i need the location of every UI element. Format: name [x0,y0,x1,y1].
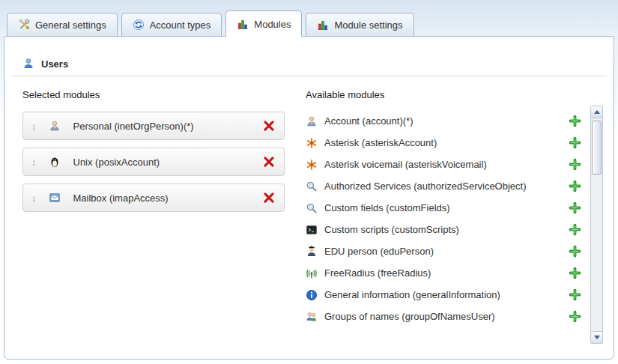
add-module-button[interactable] [569,180,581,192]
vertical-scrollbar[interactable] [590,106,603,344]
add-module-button[interactable] [569,245,581,258]
add-module-button[interactable] [569,288,581,301]
person-icon [49,120,61,132]
remove-module-button[interactable] [262,119,276,133]
drag-handle-icon[interactable]: ↕ [31,121,37,132]
asterisk-icon [306,137,318,149]
scrollbar-track[interactable] [591,118,602,331]
add-module-button[interactable] [569,310,581,323]
available-module-label: Custom scripts (customScripts) [324,224,569,235]
tab-label: Modules [254,19,291,30]
chart-icon [317,19,329,31]
available-module-custom-fields: Custom fields (customFields) [306,197,587,219]
available-module-label: Account (account)(*) [324,115,569,127]
available-module-authorized-services: Authorized Services (authorizedServiceOb… [306,175,587,197]
content-panel: Users Selected modules ↕ Personal (inetO… [4,36,614,360]
available-module-label: EDU person (eduPerson) [324,246,569,257]
tab-modules[interactable]: Modules [225,10,302,37]
available-module-groups-of-names: Groups of names (groupOfNamesUser) [306,306,587,327]
available-module-general-information: General information (generalInformation) [306,284,587,306]
selected-module-personal[interactable]: ↕ Personal (inetOrgPerson)(*) [22,112,285,140]
add-module-button[interactable] [569,136,581,149]
add-module-button[interactable] [569,158,581,171]
arrow-up-icon [594,110,600,114]
antenna-icon [306,267,318,279]
tab-general-settings[interactable]: General settings [7,13,118,36]
mailbox-icon [49,192,61,204]
available-module-label: Asterisk (asteriskAccount) [324,137,569,148]
asterisk-icon [306,159,318,171]
drag-handle-icon[interactable]: ↕ [31,157,37,168]
section-title: Users [41,58,68,70]
person-icon [306,115,318,127]
available-module-label: General information (generalInformation) [324,289,569,300]
available-module-freeradius: FreeRadius (freeRadius) [306,262,587,284]
available-module-asterisk: Asterisk (asteriskAccount) [306,132,587,154]
tab-label: General settings [35,19,106,31]
selected-module-mailbox[interactable]: ↕ Mailbox (imapAccess) [22,183,285,212]
add-module-button[interactable] [569,115,581,127]
available-modules-heading: Available modules [306,89,603,100]
terminal-icon [306,224,318,236]
selected-module-unix[interactable]: ↕ Unix (posixAccount) [22,148,285,176]
remove-module-button[interactable] [262,191,276,204]
available-modules-list: Account (account)(*) Asterisk (asteriskA… [306,110,587,344]
available-module-label: Custom fields (customFields) [324,202,569,213]
user-icon [22,58,34,70]
tab-label: Account types [150,19,211,31]
magnifier-icon [306,202,318,214]
scrollbar-thumb[interactable] [592,121,602,175]
available-module-label: FreeRadius (freeRadius) [324,267,569,279]
tab-account-types[interactable]: Account types [121,13,222,36]
available-modules-column: Available modules Account (account)(*) A… [306,76,603,344]
group-icon [306,311,318,323]
arrow-down-icon [594,336,600,339]
tab-bar: General settings Account types Modules M… [0,0,618,36]
selected-module-label: Personal (inetOrgPerson)(*) [73,121,263,132]
section-header: Users [22,58,614,70]
available-module-label: Asterisk voicemail (asteriskVoicemail) [324,159,569,170]
edu-person-icon [306,246,318,258]
available-modules-list-wrap: Account (account)(*) Asterisk (asteriskA… [306,112,603,344]
available-module-edu-person: EDU person (eduPerson) [306,240,587,262]
chart-icon [237,18,249,30]
available-module-asterisk-voicemail: Asterisk voicemail (asteriskVoicemail) [306,154,587,175]
tab-module-settings[interactable]: Module settings [306,13,413,36]
scroll-down-button[interactable] [591,331,602,343]
remove-module-button[interactable] [262,155,276,169]
selected-module-label: Unix (posixAccount) [73,157,263,168]
refresh-icon [133,19,145,31]
add-module-button[interactable] [569,267,581,279]
selected-module-label: Mailbox (imapAccess) [73,192,263,204]
scroll-up-button[interactable] [591,106,602,118]
available-module-custom-scripts: Custom scripts (customScripts) [306,219,587,240]
add-module-button[interactable] [569,201,581,214]
add-module-button[interactable] [569,223,581,236]
available-module-label: Authorized Services (authorizedServiceOb… [324,181,569,192]
drag-handle-icon[interactable]: ↕ [31,192,37,204]
modules-columns: Selected modules ↕ Personal (inetOrgPers… [4,76,614,344]
selected-modules-column: Selected modules ↕ Personal (inetOrgPers… [22,76,285,344]
info-icon [306,289,318,301]
available-module-account: Account (account)(*) [306,110,587,132]
penguin-icon [49,156,61,168]
available-module-label: Groups of names (groupOfNamesUser) [324,311,569,322]
selected-modules-heading: Selected modules [22,89,285,100]
magnifier-icon [306,181,318,192]
tools-icon [18,19,30,31]
tab-label: Module settings [334,19,402,31]
